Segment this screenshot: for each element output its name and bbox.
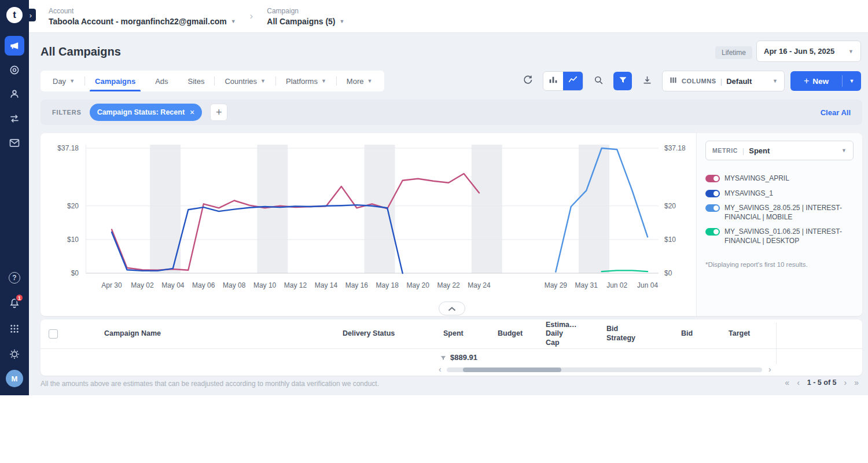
spend-line-chart[interactable] <box>86 145 659 277</box>
main-content: All Campaigns Lifetime Apr 16 - Jun 5, 2… <box>29 33 868 395</box>
columns-selector[interactable]: COLUMNS | Default ▼ <box>662 71 785 91</box>
tab-campaigns[interactable]: Campaigns <box>85 71 145 91</box>
sidebar-item-retargeting[interactable] <box>5 60 24 80</box>
pagination: « ‹ 1 - 5 of 5 › » <box>785 378 859 387</box>
date-range-picker[interactable]: Apr 16 - Jun 5, 2025 ▼ <box>756 41 861 62</box>
legend-item[interactable]: MY_SAVINGS_28.05.25 | INTEREST-FINANCIAL… <box>705 204 854 222</box>
series-name: MYSAVINGS_APRIL <box>724 174 789 183</box>
last-page-icon[interactable]: » <box>854 378 859 387</box>
sidebar-item-campaigns[interactable] <box>5 36 24 56</box>
line-chart-button[interactable] <box>563 72 583 90</box>
legend-item[interactable]: MYSAVINGS_1 <box>705 189 854 199</box>
sidebar-item-help[interactable]: ? <box>5 268 24 288</box>
sidebar-expand-button[interactable]: › <box>25 9 36 21</box>
series-toggle[interactable] <box>705 228 720 236</box>
horizontal-scrollbar[interactable] <box>447 368 762 372</box>
x-axis-label: May 16 <box>345 281 368 289</box>
grid-icon <box>9 324 20 334</box>
scrollbar-thumb[interactable] <box>463 368 561 372</box>
x-axis-label: May 22 <box>437 281 459 289</box>
column-header-estimated-daily-cap[interactable]: Estima… Daily Cap <box>546 319 576 348</box>
download-icon <box>642 75 653 88</box>
series-toggle[interactable] <box>705 190 720 197</box>
chevron-down-icon: ▼ <box>340 19 345 24</box>
sidebar-item-apps[interactable] <box>5 319 24 339</box>
filter-button[interactable] <box>613 72 632 90</box>
x-axis-label: May 02 <box>131 281 153 289</box>
add-filter-button[interactable]: + <box>210 104 227 121</box>
column-header-delivery-status[interactable]: Delivery Status <box>343 319 395 348</box>
tab-label: More <box>347 77 364 86</box>
topbar: Account Taboola Account - morganfinch22@… <box>29 0 868 33</box>
x-axis-label: May 12 <box>284 281 307 289</box>
notification-badge: 1 <box>15 293 24 302</box>
metric-selector[interactable]: METRIC | Spent ▼ <box>705 141 854 160</box>
breadcrumb-account: Account Taboola Account - morganfinch22@… <box>49 7 236 26</box>
new-button-main[interactable]: + New <box>790 76 842 86</box>
refresh-button[interactable] <box>518 72 537 90</box>
date-range-value: Apr 16 - Jun 5, 2025 <box>764 47 834 56</box>
campaigns-table: Campaign Name Delivery Status Spent Budg… <box>41 319 862 376</box>
sidebar-item-conversions[interactable] <box>5 109 24 128</box>
y-axis-label: $10 <box>67 236 79 244</box>
legend-item[interactable]: MYSAVINGS_APRIL <box>705 174 854 183</box>
y-axis-label: $10 <box>664 236 676 244</box>
search-icon <box>593 75 604 88</box>
sidebar-item-audiences[interactable] <box>5 84 24 104</box>
first-page-icon[interactable]: « <box>785 378 789 387</box>
bar-chart-button[interactable] <box>543 72 563 90</box>
column-header-campaign-name[interactable]: Campaign Name <box>104 319 161 348</box>
scroll-right-button[interactable]: › <box>768 366 771 373</box>
download-button[interactable] <box>638 72 656 90</box>
scroll-left-button[interactable]: ‹ <box>439 366 442 373</box>
filter-chip-campaign-status[interactable]: Campaign Status: Recent × <box>90 104 203 121</box>
chevron-down-icon: ▼ <box>848 49 854 54</box>
next-page-icon[interactable]: › <box>844 378 847 387</box>
tab-label: Day <box>53 77 66 86</box>
account-selector[interactable]: Taboola Account - morganfinch22@gmail.co… <box>49 17 236 26</box>
tab-ads[interactable]: Ads <box>145 71 178 91</box>
column-header-budget[interactable]: Budget <box>498 319 523 348</box>
collapse-chart-button[interactable] <box>439 302 465 315</box>
search-button[interactable] <box>589 72 608 90</box>
legend-footnote: *Displaying report's first 10 results. <box>705 261 854 268</box>
tab-day[interactable]: Day ▼ <box>43 71 84 91</box>
close-icon[interactable]: × <box>190 108 194 117</box>
column-header-target[interactable]: Target <box>729 319 750 348</box>
tab-label: Platforms <box>286 77 318 86</box>
x-axis-label: May 06 <box>192 281 215 289</box>
tab-label: Sites <box>188 77 205 86</box>
chevron-down-icon: ▼ <box>773 78 778 84</box>
column-header-spent[interactable]: Spent <box>443 319 464 348</box>
x-axis-label: May 24 <box>468 281 490 289</box>
campaign-selector[interactable]: All Campaigns (5) ▼ <box>267 17 344 26</box>
breadcrumb-campaign: Campaign All Campaigns (5) ▼ <box>267 7 344 26</box>
taboola-logo[interactable]: t <box>6 7 23 23</box>
sidebar-item-messages[interactable] <box>5 133 24 153</box>
sidebar-item-notifications[interactable]: 1 <box>5 293 24 313</box>
tab-more[interactable]: More ▼ <box>337 71 382 91</box>
dimension-tabs: Day ▼ Campaigns Ads Sites Countries ▼ Pl… <box>41 71 384 91</box>
chevron-up-icon <box>448 303 456 314</box>
megaphone-icon <box>9 40 20 52</box>
tab-sites[interactable]: Sites <box>178 71 215 91</box>
person-icon <box>9 89 20 100</box>
series-toggle[interactable] <box>705 175 720 182</box>
sidebar-item-settings[interactable] <box>5 344 24 364</box>
new-button-dropdown[interactable]: ▼ <box>843 78 861 84</box>
chevron-down-icon: ▼ <box>849 78 855 84</box>
column-header-bid[interactable]: Bid <box>681 319 693 348</box>
select-all-checkbox[interactable] <box>49 329 58 339</box>
clear-all-filters-link[interactable]: Clear All <box>821 108 851 117</box>
filters-label: FILTERS <box>52 109 82 116</box>
series-toggle[interactable] <box>705 204 720 212</box>
legend-item[interactable]: MY_SAVINGS_01.06.25 | INTEREST-FINANCIAL… <box>705 227 854 245</box>
tab-label: Ads <box>155 77 168 86</box>
account-value: Taboola Account - morganfinch22@gmail.co… <box>49 17 227 26</box>
prev-page-icon[interactable]: ‹ <box>797 378 800 387</box>
column-header-bid-strategy[interactable]: Bid Strategy <box>606 319 639 348</box>
tab-countries[interactable]: Countries ▼ <box>215 71 275 91</box>
new-campaign-button: + New ▼ <box>790 71 861 91</box>
tab-platforms[interactable]: Platforms ▼ <box>276 71 336 91</box>
user-avatar[interactable]: M <box>6 370 23 387</box>
